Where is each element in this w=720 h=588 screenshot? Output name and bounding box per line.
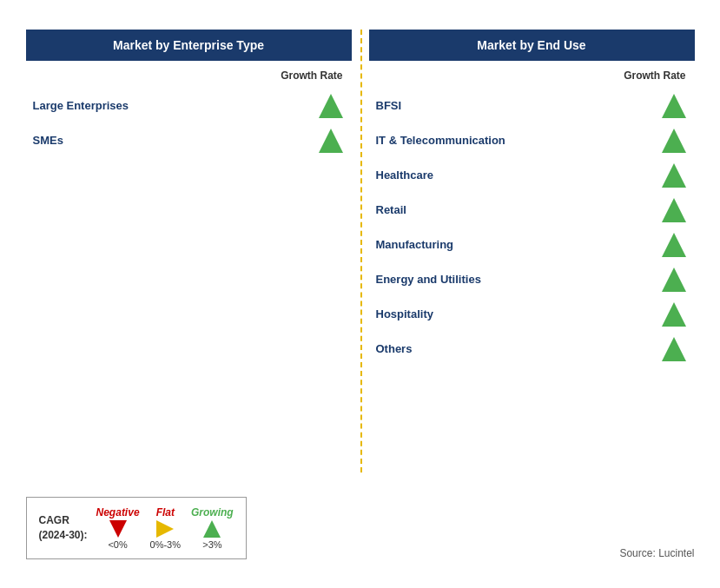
manufacturing-arrow-up-icon (662, 233, 686, 257)
legend-negative: Negative <0% (96, 506, 140, 550)
table-row: IT & Telecommunication (369, 123, 695, 158)
right-growth-rate-label: Growth Rate (369, 69, 695, 82)
source-label: Source: Lucintel (369, 538, 695, 559)
table-row: Energy and Utilities (369, 262, 695, 297)
table-row: BFSI (369, 89, 695, 123)
bottom-area: CAGR(2024-30): Negative <0% Flat 0%-3% G… (26, 497, 352, 559)
legend-flat: Flat 0%-3% (150, 506, 181, 550)
left-panel: Market by Enterprise Type Growth Rate La… (17, 30, 360, 559)
cagr-label: CAGR(2024-30): (39, 513, 88, 543)
flat-label: Flat (156, 506, 175, 519)
growing-val: >3% (202, 539, 221, 550)
arrow-right-yellow-icon (156, 520, 174, 538)
left-panel-content: Growth Rate Large Enterprises SMEs CAGR(… (26, 69, 352, 559)
bfsi-label: BFSI (376, 99, 662, 112)
left-panel-header: Market by Enterprise Type (26, 30, 352, 61)
table-row: Healthcare (369, 158, 695, 193)
negative-label: Negative (96, 506, 140, 519)
table-row: Others (369, 332, 695, 367)
legend-growing: Growing >3% (191, 506, 234, 550)
smes-arrow-up-icon (319, 129, 343, 153)
it-telecom-arrow-up-icon (662, 129, 686, 153)
bfsi-arrow-up-icon (662, 94, 686, 118)
hospitality-label: Hospitality (376, 307, 662, 320)
healthcare-arrow-up-icon (662, 163, 686, 188)
right-panel-header: Market by End Use (369, 30, 695, 61)
flat-val: 0%-3% (150, 539, 181, 550)
arrow-up-green-sm-icon (203, 520, 221, 538)
healthcare-label: Healthcare (376, 168, 662, 182)
others-arrow-up-icon (662, 337, 686, 361)
legend-box: CAGR(2024-30): Negative <0% Flat 0%-3% G… (26, 497, 247, 559)
right-panel-content: Growth Rate BFSI IT & Telecommunication … (369, 69, 695, 559)
others-label: Others (376, 342, 662, 355)
hospitality-arrow-up-icon (662, 302, 686, 327)
manufacturing-label: Manufacturing (376, 238, 662, 251)
divider (360, 30, 362, 472)
energy-utilities-label: Energy and Utilities (376, 273, 662, 286)
main-container: Market by Enterprise Type Growth Rate La… (9, 12, 712, 577)
table-row: Retail (369, 193, 695, 228)
right-panel: Market by End Use Growth Rate BFSI IT & … (360, 30, 703, 559)
large-enterprises-arrow-up-icon (319, 94, 343, 118)
table-row: Manufacturing (369, 228, 695, 262)
negative-val: <0% (108, 539, 127, 550)
arrow-down-red-icon (109, 520, 127, 538)
it-telecom-label: IT & Telecommunication (376, 134, 662, 147)
smes-label: SMEs (33, 134, 319, 147)
growing-label: Growing (191, 506, 234, 519)
energy-utilities-arrow-up-icon (662, 268, 686, 292)
table-row: SMEs (26, 123, 352, 158)
table-row: Large Enterprises (26, 89, 352, 123)
table-row: Hospitality (369, 297, 695, 332)
retail-label: Retail (376, 203, 662, 216)
retail-arrow-up-icon (662, 198, 686, 222)
left-growth-rate-label: Growth Rate (26, 69, 352, 82)
large-enterprises-label: Large Enterprises (33, 99, 319, 112)
